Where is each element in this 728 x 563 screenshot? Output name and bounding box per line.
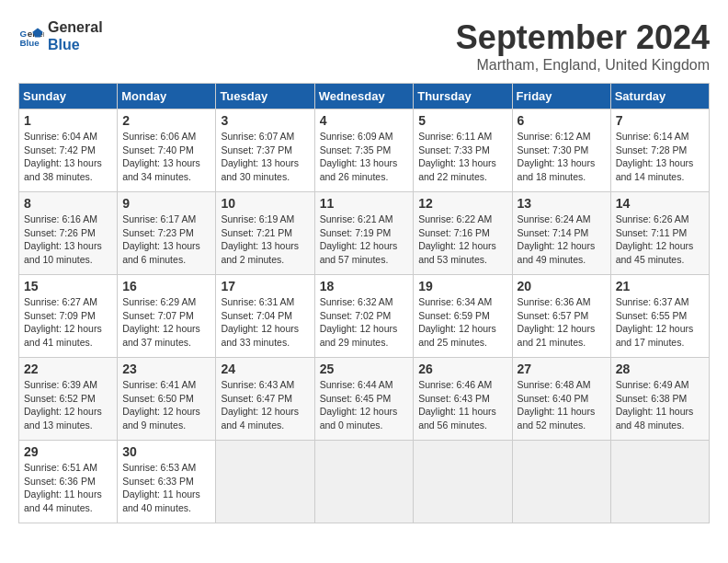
day-number: 9 — [122, 196, 210, 211]
calendar-cell: 1 Sunrise: 6:04 AM Sunset: 7:42 PM Dayli… — [19, 109, 118, 192]
calendar-cell: 28 Sunrise: 6:49 AM Sunset: 6:38 PM Dayl… — [610, 358, 709, 441]
month-title: September 2024 — [456, 18, 710, 57]
calendar-cell — [314, 441, 414, 523]
calendar-cell: 19 Sunrise: 6:34 AM Sunset: 6:59 PM Dayl… — [414, 275, 512, 358]
day-info: Sunrise: 6:09 AM Sunset: 7:35 PM Dayligh… — [320, 130, 409, 184]
day-info: Sunrise: 6:21 AM Sunset: 7:19 PM Dayligh… — [320, 213, 409, 267]
header-wednesday: Wednesday — [314, 84, 414, 109]
logo: G eneral Blue General Blue — [18, 18, 103, 53]
location: Martham, England, United Kingdom — [456, 57, 710, 74]
calendar-week-2: 8 Sunrise: 6:16 AM Sunset: 7:26 PM Dayli… — [19, 192, 710, 275]
day-number: 22 — [24, 362, 112, 376]
day-info: Sunrise: 6:44 AM Sunset: 6:45 PM Dayligh… — [320, 378, 409, 432]
calendar-cell — [414, 441, 512, 523]
header-friday: Friday — [512, 84, 610, 109]
calendar-cell: 5 Sunrise: 6:11 AM Sunset: 7:33 PM Dayli… — [414, 109, 512, 192]
day-info: Sunrise: 6:11 AM Sunset: 7:33 PM Dayligh… — [418, 130, 506, 184]
day-info: Sunrise: 6:04 AM Sunset: 7:42 PM Dayligh… — [24, 130, 112, 184]
calendar-cell: 27 Sunrise: 6:48 AM Sunset: 6:40 PM Dayl… — [512, 358, 610, 441]
day-number: 15 — [24, 279, 112, 293]
day-number: 7 — [616, 113, 704, 128]
calendar-cell: 18 Sunrise: 6:32 AM Sunset: 7:02 PM Dayl… — [314, 275, 414, 358]
day-info: Sunrise: 6:16 AM Sunset: 7:26 PM Dayligh… — [24, 213, 112, 267]
calendar-week-3: 15 Sunrise: 6:27 AM Sunset: 7:09 PM Dayl… — [19, 275, 710, 358]
day-info: Sunrise: 6:43 AM Sunset: 6:47 PM Dayligh… — [221, 378, 309, 432]
calendar-cell: 10 Sunrise: 6:19 AM Sunset: 7:21 PM Dayl… — [216, 192, 314, 275]
day-info: Sunrise: 6:14 AM Sunset: 7:28 PM Dayligh… — [616, 130, 704, 184]
day-number: 10 — [221, 196, 309, 211]
day-number: 24 — [221, 362, 309, 376]
header-saturday: Saturday — [610, 84, 709, 109]
day-number: 1 — [24, 113, 112, 128]
calendar-cell: 4 Sunrise: 6:09 AM Sunset: 7:35 PM Dayli… — [314, 109, 414, 192]
day-number: 23 — [122, 362, 210, 376]
day-info: Sunrise: 6:06 AM Sunset: 7:40 PM Dayligh… — [122, 130, 210, 184]
day-info: Sunrise: 6:36 AM Sunset: 6:57 PM Dayligh… — [518, 295, 606, 350]
calendar-cell: 25 Sunrise: 6:44 AM Sunset: 6:45 PM Dayl… — [314, 358, 414, 441]
day-number: 4 — [320, 113, 409, 128]
calendar-week-5: 29 Sunrise: 6:51 AM Sunset: 6:36 PM Dayl… — [19, 441, 710, 523]
day-info: Sunrise: 6:29 AM Sunset: 7:07 PM Dayligh… — [122, 295, 210, 350]
calendar-cell: 2 Sunrise: 6:06 AM Sunset: 7:40 PM Dayli… — [118, 109, 216, 192]
calendar-cell: 6 Sunrise: 6:12 AM Sunset: 7:30 PM Dayli… — [512, 109, 610, 192]
day-number: 30 — [122, 444, 210, 459]
day-info: Sunrise: 6:41 AM Sunset: 6:50 PM Dayligh… — [122, 378, 210, 432]
day-number: 3 — [221, 113, 309, 128]
day-info: Sunrise: 6:22 AM Sunset: 7:16 PM Dayligh… — [418, 213, 506, 267]
day-info: Sunrise: 6:34 AM Sunset: 6:59 PM Dayligh… — [418, 295, 506, 350]
day-info: Sunrise: 6:07 AM Sunset: 7:37 PM Dayligh… — [221, 130, 309, 184]
day-number: 27 — [518, 362, 606, 376]
calendar-cell: 9 Sunrise: 6:17 AM Sunset: 7:23 PM Dayli… — [118, 192, 216, 275]
logo-line1: General — [48, 18, 103, 36]
logo-line2: Blue — [48, 36, 103, 53]
header-row: SundayMondayTuesdayWednesdayThursdayFrid… — [19, 84, 710, 109]
page-header: G eneral Blue General Blue September 202… — [18, 18, 710, 74]
calendar-cell — [610, 441, 709, 523]
logo-icon: G eneral Blue — [18, 23, 44, 49]
calendar-cell: 20 Sunrise: 6:36 AM Sunset: 6:57 PM Dayl… — [512, 275, 610, 358]
calendar-cell — [512, 441, 610, 523]
calendar-cell: 23 Sunrise: 6:41 AM Sunset: 6:50 PM Dayl… — [118, 358, 216, 441]
calendar-cell: 7 Sunrise: 6:14 AM Sunset: 7:28 PM Dayli… — [610, 109, 709, 192]
day-info: Sunrise: 6:51 AM Sunset: 6:36 PM Dayligh… — [24, 461, 112, 515]
day-number: 20 — [518, 279, 606, 293]
day-number: 25 — [320, 362, 409, 376]
calendar-cell: 26 Sunrise: 6:46 AM Sunset: 6:43 PM Dayl… — [414, 358, 512, 441]
calendar-cell: 21 Sunrise: 6:37 AM Sunset: 6:55 PM Dayl… — [610, 275, 709, 358]
calendar-cell: 15 Sunrise: 6:27 AM Sunset: 7:09 PM Dayl… — [19, 275, 118, 358]
day-info: Sunrise: 6:12 AM Sunset: 7:30 PM Dayligh… — [518, 130, 606, 184]
calendar-cell: 17 Sunrise: 6:31 AM Sunset: 7:04 PM Dayl… — [216, 275, 314, 358]
day-info: Sunrise: 6:31 AM Sunset: 7:04 PM Dayligh… — [221, 295, 309, 350]
calendar-cell: 3 Sunrise: 6:07 AM Sunset: 7:37 PM Dayli… — [216, 109, 314, 192]
calendar-cell: 11 Sunrise: 6:21 AM Sunset: 7:19 PM Dayl… — [314, 192, 414, 275]
day-number: 5 — [418, 113, 506, 128]
header-sunday: Sunday — [19, 84, 118, 109]
day-number: 6 — [518, 113, 606, 128]
day-info: Sunrise: 6:26 AM Sunset: 7:11 PM Dayligh… — [616, 213, 704, 267]
day-number: 2 — [122, 113, 210, 128]
day-number: 11 — [320, 196, 409, 211]
day-number: 28 — [616, 362, 704, 376]
day-number: 12 — [418, 196, 506, 211]
calendar-cell: 12 Sunrise: 6:22 AM Sunset: 7:16 PM Dayl… — [414, 192, 512, 275]
day-number: 17 — [221, 279, 309, 293]
day-info: Sunrise: 6:27 AM Sunset: 7:09 PM Dayligh… — [24, 295, 112, 350]
day-info: Sunrise: 6:37 AM Sunset: 6:55 PM Dayligh… — [616, 295, 704, 350]
day-info: Sunrise: 6:48 AM Sunset: 6:40 PM Dayligh… — [518, 378, 606, 432]
calendar-cell: 13 Sunrise: 6:24 AM Sunset: 7:14 PM Dayl… — [512, 192, 610, 275]
day-info: Sunrise: 6:46 AM Sunset: 6:43 PM Dayligh… — [418, 378, 506, 432]
calendar-cell: 16 Sunrise: 6:29 AM Sunset: 7:07 PM Dayl… — [118, 275, 216, 358]
day-info: Sunrise: 6:49 AM Sunset: 6:38 PM Dayligh… — [616, 378, 704, 432]
calendar-cell: 8 Sunrise: 6:16 AM Sunset: 7:26 PM Dayli… — [19, 192, 118, 275]
day-info: Sunrise: 6:24 AM Sunset: 7:14 PM Dayligh… — [518, 213, 606, 267]
day-info: Sunrise: 6:17 AM Sunset: 7:23 PM Dayligh… — [122, 213, 210, 267]
day-number: 26 — [418, 362, 506, 376]
title-block: September 2024 Martham, England, United … — [456, 18, 710, 74]
svg-text:Blue: Blue — [19, 38, 40, 48]
calendar-cell: 29 Sunrise: 6:51 AM Sunset: 6:36 PM Dayl… — [19, 441, 118, 523]
calendar-table: SundayMondayTuesdayWednesdayThursdayFrid… — [18, 83, 710, 523]
header-monday: Monday — [118, 84, 216, 109]
header-tuesday: Tuesday — [216, 84, 314, 109]
day-number: 16 — [122, 279, 210, 293]
calendar-cell: 22 Sunrise: 6:39 AM Sunset: 6:52 PM Dayl… — [19, 358, 118, 441]
